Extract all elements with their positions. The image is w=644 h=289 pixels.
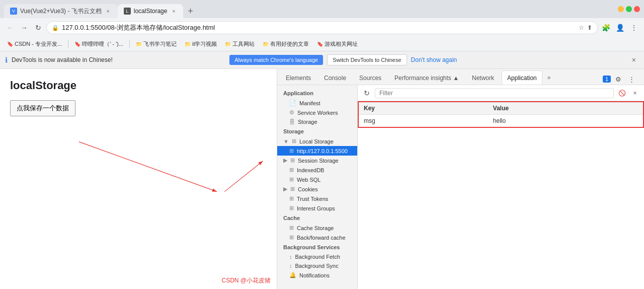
bookmark-tools[interactable]: 📁 工具网站 bbox=[222, 39, 258, 49]
dt-tab-label-console: Console bbox=[324, 75, 346, 82]
filter-refresh-button[interactable]: ↻ bbox=[362, 88, 372, 98]
tab-favicon-vue: V bbox=[10, 8, 17, 15]
devtools-main: ↻ 🚫 × Key Value bbox=[358, 85, 644, 289]
lock-icon: 🔒 bbox=[52, 25, 59, 31]
share-icon[interactable]: ⬆ bbox=[587, 24, 592, 31]
bookmark-label-tools: 工具网站 bbox=[232, 40, 255, 48]
notification-btn-match-language[interactable]: Always match Chrome's language bbox=[229, 55, 323, 65]
sidebar-item-cache-storage[interactable]: ⊞ Cache Storage bbox=[277, 223, 357, 233]
sidebar-item-background-sync[interactable]: ↕ Background Sync bbox=[277, 261, 357, 270]
sidebar-section-cache: Cache bbox=[277, 213, 357, 223]
tab-localstorage[interactable]: L localStorage × bbox=[118, 4, 184, 18]
dt-tab-console[interactable]: Console bbox=[318, 70, 352, 85]
sidebar-label-cookies: Cookies bbox=[298, 186, 318, 192]
filter-clear-button[interactable]: 🚫 bbox=[617, 88, 627, 98]
bookmark-sep-1 bbox=[68, 40, 68, 48]
back-button[interactable]: ← bbox=[4, 22, 16, 34]
save-data-button[interactable]: 点我保存一个数据 bbox=[10, 100, 75, 116]
table-row[interactable]: msghello bbox=[358, 115, 643, 128]
devtools-more-icon[interactable]: ⋮ bbox=[626, 74, 637, 85]
sidebar-item-local-storage-url[interactable]: ⊞ http://127.0.0.1:5500 bbox=[277, 146, 357, 156]
sidebar-label-session-storage: Session Storage bbox=[298, 158, 339, 164]
extensions-icon[interactable]: 🧩 bbox=[600, 22, 612, 34]
dt-tab-performance[interactable]: Performance insights ▲ bbox=[389, 70, 464, 85]
notification-close[interactable]: × bbox=[629, 55, 639, 65]
sidebar-label-manifest: Manifest bbox=[299, 100, 320, 106]
sidebar-label-trust-tokens: Trust Tokens bbox=[297, 196, 328, 202]
tab-close-ls[interactable]: × bbox=[170, 8, 177, 15]
local-storage-url-icon: ⊞ bbox=[289, 148, 294, 154]
window-close[interactable] bbox=[634, 6, 640, 12]
dt-tab-application[interactable]: Application bbox=[502, 70, 542, 85]
sidebar-item-websql[interactable]: ⊞ Web SQL bbox=[277, 175, 357, 184]
tab-add-button[interactable]: + bbox=[183, 4, 197, 18]
dt-tab-network[interactable]: Network bbox=[466, 70, 500, 85]
filter-close-button[interactable]: × bbox=[630, 88, 640, 98]
filter-input[interactable] bbox=[375, 88, 614, 98]
bookmark-sep-2 bbox=[129, 40, 130, 48]
menu-button[interactable]: ⋮ bbox=[628, 22, 640, 34]
sidebar-item-interest-groups[interactable]: ⊞ Interest Groups bbox=[277, 203, 357, 213]
bookmark-games[interactable]: 🔖 游戏相关网址 bbox=[314, 39, 361, 49]
reload-button[interactable]: ↻ bbox=[32, 22, 44, 34]
dt-tab-more[interactable]: » bbox=[544, 74, 554, 81]
tab-bar: V Vue(Vue2+Vue3) - 飞书云文档 × L localStorag… bbox=[4, 0, 614, 18]
bookmark-icon-csdn: 🔖 bbox=[7, 41, 13, 47]
sidebar-label-background-sync: Background Sync bbox=[295, 263, 339, 269]
page-content: localStorage 点我保存一个数据 CSDN @小花皮猪 bbox=[0, 69, 277, 289]
bookmark-icon-articles: 📁 bbox=[263, 41, 269, 47]
address-icons: ☆ ⬆ bbox=[579, 24, 592, 31]
sidebar-item-manifest[interactable]: 📄 Manifest bbox=[277, 98, 357, 108]
sidebar-item-session-storage[interactable]: ▶ ⊞ Session Storage bbox=[277, 156, 357, 165]
nav-bar: ← → ↻ 🔒 127.0.0.1:5500/08-浏览器本地存储/localS… bbox=[0, 18, 644, 37]
notification-btn-no-show[interactable]: Don't show again bbox=[411, 56, 625, 63]
sidebar-section-storage: Storage bbox=[277, 126, 357, 136]
localstorage-table: Key Value msghello bbox=[358, 101, 644, 128]
local-storage-expand-icon: ▼ bbox=[283, 138, 289, 144]
bookmark-articles[interactable]: 📁 有用好使的文章 bbox=[260, 39, 312, 49]
sidebar-label-websql: Web SQL bbox=[297, 177, 321, 183]
bookmark-it[interactable]: 📁 it学习视频 bbox=[182, 39, 220, 49]
bookmark-feishu[interactable]: 📁 飞书学习笔记 bbox=[133, 39, 180, 49]
session-storage-expand-icon: ▶ bbox=[283, 157, 287, 164]
bookmarks-bar: 🔖 CSDN - 专业开发... 🔖 哔哩哔哩（' - ')... 📁 飞书学习… bbox=[0, 37, 644, 51]
table-cell-value: hello bbox=[488, 115, 643, 128]
devtools-sidebar: Application 📄 Manifest ⚙ Service Workers… bbox=[277, 85, 358, 289]
bookmark-icon-it: 📁 bbox=[185, 41, 191, 47]
sidebar-item-indexeddb[interactable]: ⊞ IndexedDB bbox=[277, 165, 357, 175]
devtools-tabbar: Elements Console Sources Performance ins… bbox=[277, 69, 644, 85]
dt-tab-label-application: Application bbox=[507, 75, 537, 82]
table-header-value: Value bbox=[488, 102, 643, 115]
sidebar-item-trust-tokens[interactable]: ⊞ Trust Tokens bbox=[277, 194, 357, 203]
devtools-badge: 1 bbox=[603, 76, 611, 83]
notification-btn-switch-chinese[interactable]: Switch DevTools to Chinese bbox=[327, 54, 407, 65]
window-controls bbox=[618, 6, 640, 12]
storage-top-icon: 🗄 bbox=[289, 119, 295, 125]
table-header-key: Key bbox=[358, 102, 488, 115]
profile-icon[interactable]: 👤 bbox=[614, 22, 626, 34]
sidebar-item-backforward-cache[interactable]: ⊞ Back/forward cache bbox=[277, 233, 357, 242]
sidebar-item-notifications[interactable]: 🔔 Notifications bbox=[277, 270, 357, 280]
sidebar-item-cookies[interactable]: ▶ ⊞ Cookies bbox=[277, 184, 357, 194]
interest-groups-icon: ⊞ bbox=[289, 205, 294, 211]
sidebar-item-service-workers[interactable]: ⚙ Service Workers bbox=[277, 108, 357, 117]
window-minimize[interactable] bbox=[618, 6, 624, 12]
bookmark-icon-games: 🔖 bbox=[317, 41, 323, 47]
devtools-settings-icon[interactable]: ⚙ bbox=[613, 74, 624, 85]
window-maximize[interactable] bbox=[626, 6, 632, 12]
bookmark-star-icon[interactable]: ☆ bbox=[579, 24, 584, 31]
address-bar[interactable]: 🔒 127.0.0.1:5500/08-浏览器本地存储/localStorage… bbox=[46, 21, 598, 34]
manifest-icon: 📄 bbox=[289, 100, 296, 106]
service-workers-icon: ⚙ bbox=[289, 109, 294, 116]
forward-button[interactable]: → bbox=[18, 22, 30, 34]
sidebar-item-local-storage[interactable]: ▼ ⊞ Local Storage bbox=[277, 136, 357, 146]
tab-close-vue[interactable]: × bbox=[105, 8, 112, 15]
dt-tab-elements[interactable]: Elements bbox=[280, 70, 316, 85]
dt-tab-sources[interactable]: Sources bbox=[354, 70, 387, 85]
sidebar-label-cache-storage: Cache Storage bbox=[297, 225, 334, 231]
sidebar-item-background-fetch[interactable]: ↕ Background Fetch bbox=[277, 252, 357, 261]
sidebar-item-storage-top[interactable]: 🗄 Storage bbox=[277, 117, 357, 126]
tab-vue[interactable]: V Vue(Vue2+Vue3) - 飞书云文档 × bbox=[4, 4, 118, 18]
bookmark-bilibili[interactable]: 🔖 哔哩哔哩（' - ')... bbox=[71, 39, 126, 49]
bookmark-csdn[interactable]: 🔖 CSDN - 专业开发... bbox=[4, 39, 65, 49]
